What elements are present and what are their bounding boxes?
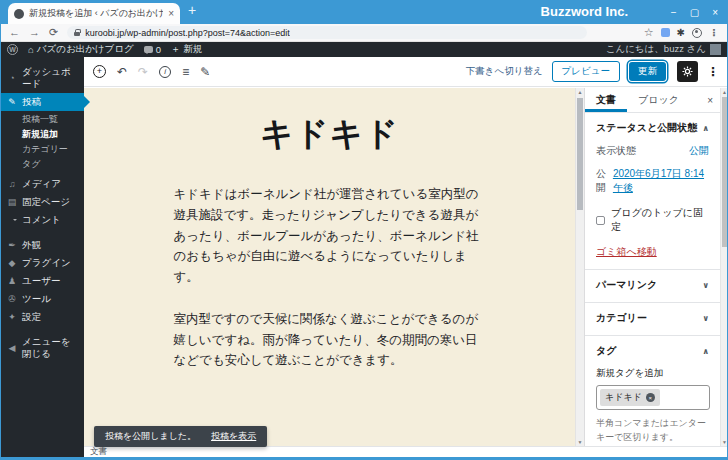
maximize-button[interactable]: ▢	[690, 7, 699, 18]
admin-bar-comments[interactable]: 0	[144, 44, 161, 55]
tab-block[interactable]: ブロック	[627, 88, 690, 112]
extension-blue-icon[interactable]	[661, 28, 670, 37]
section-title: カテゴリー	[596, 311, 647, 325]
undo-icon[interactable]: ↶	[117, 66, 127, 78]
browser-menu-icon[interactable]: ⋮	[709, 27, 719, 38]
edit-mode-pencil-icon[interactable]: ✎	[200, 66, 210, 78]
sidebar-item-settings[interactable]: ✦ 設定	[0, 308, 84, 326]
scroll-down-icon[interactable]: ▼	[576, 438, 584, 446]
tag-chip: キドキド ×	[600, 389, 660, 406]
sticky-checkbox[interactable]	[596, 216, 605, 225]
sidebar-item-label: 設定	[22, 311, 41, 323]
tab-document[interactable]: 文書	[585, 88, 627, 112]
sticky-row: ブログのトップに固定	[596, 206, 709, 234]
sidebar-item-media[interactable]: ♫ メディア	[0, 175, 84, 193]
editor-toolbar: + ↶ ↷ i ≡ ✎ 下書きへ切り替え プレビュー 更新 ⋮	[84, 57, 728, 87]
settings-gear-button[interactable]	[677, 61, 698, 82]
visibility-row: 表示状態 公開	[596, 144, 709, 158]
canvas-scrollbar[interactable]: ▲ ▼	[575, 88, 584, 446]
post-paragraph[interactable]: 室内型ですので天候に関係なく遊ぶことができるのが嬉しいですね。雨が降っていたり、…	[174, 309, 486, 371]
post-paragraph[interactable]: キドキドはボーネルンド社が運営されている室内型の遊具施設です。走ったりジャンプし…	[174, 184, 486, 288]
snackbar-message: 投稿を公開しました。	[105, 430, 196, 443]
publish-label: 公開	[596, 167, 613, 195]
tag-input[interactable]: キドキド ×	[596, 385, 710, 410]
browser-tab[interactable]: 新規投稿を追加 ‹ バズのお出かけブ ×	[8, 3, 180, 24]
profile-icon[interactable]	[692, 28, 702, 38]
content-structure-icon[interactable]: i	[159, 66, 171, 78]
plugins-icon: ◆	[7, 257, 17, 269]
preview-button[interactable]: プレビュー	[552, 61, 620, 82]
sidebar-item-pages[interactable]: ▤ 固定ページ	[0, 193, 84, 211]
status-section: ステータスと公開状態 ∧ 表示状態 公開 公開 2020年6月17日 8:14 …	[585, 113, 720, 269]
extension-dark-icon[interactable]: ✱	[677, 28, 685, 38]
minimize-button[interactable]: −	[671, 7, 677, 18]
wordpress-logo-icon[interactable]: W	[7, 44, 18, 55]
collapse-menu-icon: ◀	[7, 342, 17, 354]
window-title: Buzzword Inc.	[541, 0, 628, 24]
forward-icon[interactable]: →	[29, 27, 40, 38]
admin-bar-account[interactable]: こんにちは、buzz さん	[606, 43, 721, 56]
editor-more-icon[interactable]: ⋮	[707, 65, 719, 79]
sidebar-item-posts[interactable]: ✎ 投稿	[0, 93, 84, 111]
tags-section-header[interactable]: タグ ∧	[596, 344, 709, 358]
new-tab-button[interactable]: +	[188, 2, 196, 18]
submenu-item-all-posts[interactable]: 投稿一覧	[0, 112, 84, 127]
remove-tag-icon[interactable]: ×	[646, 393, 655, 402]
sidebar-item-appearance[interactable]: ✒ 外観	[0, 236, 84, 254]
url-text: kuroobi.jp/wp-admin/post.php?post=74&act…	[85, 28, 290, 38]
address-bar[interactable]: kuroobi.jp/wp-admin/post.php?post=74&act…	[67, 26, 587, 39]
menu-separator	[0, 326, 84, 333]
sidebar-item-collapse-menu[interactable]: ◀ メニューを閉じる	[0, 333, 84, 363]
bookmark-star-icon[interactable]: ☆	[644, 26, 654, 39]
sidebar-item-dashboard[interactable]: ◔ ダッシュボード	[0, 63, 84, 93]
avatar	[710, 44, 721, 55]
sidebar-item-label: メニューを閉じる	[22, 336, 77, 360]
add-block-icon[interactable]: +	[93, 65, 106, 78]
scroll-up-icon[interactable]: ▲	[576, 88, 584, 96]
settings-icon: ✦	[7, 311, 17, 323]
site-name: バズのお出かけブログ	[37, 43, 134, 56]
wp-admin-sidebar: ◔ ダッシュボード ✎ 投稿 投稿一覧 新規追加 カテゴリー タグ ♫ メディア…	[0, 57, 84, 457]
submenu-item-add-new[interactable]: 新規追加	[0, 127, 84, 142]
users-icon: ♟	[7, 275, 17, 287]
admin-bar-site-link[interactable]: ⌂ バズのお出かけブログ	[28, 43, 134, 56]
back-icon[interactable]: ←	[9, 27, 20, 38]
tab-title: 新規投稿を追加 ‹ バズのお出かけブ	[29, 7, 163, 20]
move-to-trash-link[interactable]: ゴミ箱へ移動	[596, 245, 657, 259]
sidebar-item-label: メディア	[22, 178, 61, 190]
post-title[interactable]: キドキド	[84, 112, 575, 157]
chevron-up-icon: ∧	[703, 124, 710, 133]
dashboard-icon: ◔	[7, 72, 17, 84]
tags-section: タグ ∧ 新規タグを追加 キドキド × 半角コンマまたはエンターキーで区切ります…	[585, 335, 720, 454]
scrollbar-thumb[interactable]	[577, 98, 583, 210]
comment-count: 0	[156, 44, 161, 55]
reload-icon[interactable]: ⟳	[49, 27, 58, 38]
permalink-section: パーマリンク ∨	[585, 269, 720, 302]
switch-to-draft-button[interactable]: 下書きへ切り替え	[466, 65, 543, 78]
tab-close-icon[interactable]: ×	[168, 9, 174, 19]
admin-bar-new[interactable]: ＋ 新規	[171, 43, 202, 56]
browser-titlebar: 新規投稿を追加 ‹ バズのお出かけブ × + Buzzword Inc. − ▢…	[0, 0, 728, 24]
greeting-text: こんにちは、buzz さん	[606, 43, 706, 56]
update-button[interactable]: 更新	[629, 62, 666, 81]
permalink-section-header[interactable]: パーマリンク ∨	[596, 278, 709, 292]
visibility-value-link[interactable]: 公開	[689, 144, 709, 158]
categories-section-header[interactable]: カテゴリー ∨	[596, 311, 709, 325]
sidebar-item-comments[interactable]: コメント	[0, 211, 84, 229]
view-post-link[interactable]: 投稿を表示	[211, 430, 256, 443]
status-section-header[interactable]: ステータスと公開状態 ∧	[596, 121, 709, 135]
list-view-icon[interactable]: ≡	[182, 66, 189, 78]
section-title: ステータスと公開状態	[596, 121, 697, 135]
publish-date-link[interactable]: 2020年6月17日 8:14 午後	[613, 167, 709, 195]
sidebar-item-users[interactable]: ♟ ユーザー	[0, 272, 84, 290]
panel-close-icon[interactable]: ×	[707, 95, 713, 106]
sidebar-item-plugins[interactable]: ◆ プラグイン	[0, 254, 84, 272]
editor-canvas[interactable]: キドキド キドキドはボーネルンド社が運営されている室内型の遊具施設です。走ったり…	[84, 88, 575, 446]
submenu-item-categories[interactable]: カテゴリー	[0, 142, 84, 157]
sidebar-item-label: ツール	[22, 293, 51, 305]
close-window-button[interactable]: ×	[712, 7, 718, 18]
sidebar-item-tools[interactable]: ✇ ツール	[0, 290, 84, 308]
section-title: パーマリンク	[596, 278, 657, 292]
chevron-down-icon: ∨	[703, 314, 710, 323]
submenu-item-tags[interactable]: タグ	[0, 157, 84, 172]
